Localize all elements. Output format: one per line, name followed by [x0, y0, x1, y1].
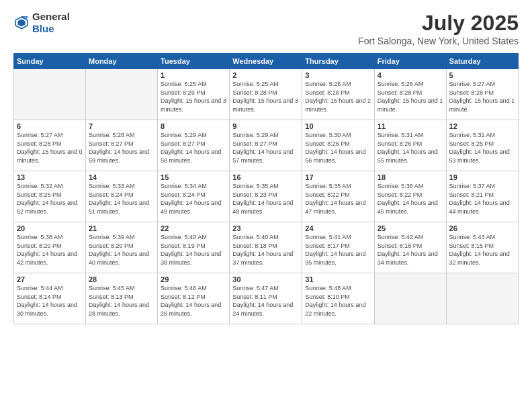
calendar-cell: 15Sunrise: 5:34 AM Sunset: 8:24 PM Dayli…: [158, 171, 230, 222]
day-number: 29: [161, 275, 226, 283]
calendar-cell: 16Sunrise: 5:35 AM Sunset: 8:23 PM Dayli…: [230, 171, 302, 222]
page: General Blue July 2025 Fort Salonga, New…: [0, 0, 532, 411]
day-number: 3: [305, 71, 371, 79]
calendar-cell: 31Sunrise: 5:48 AM Sunset: 8:10 PM Dayli…: [302, 273, 374, 324]
calendar-cell: 27Sunrise: 5:44 AM Sunset: 8:14 PM Dayli…: [14, 273, 86, 324]
weekday-header: Friday: [374, 54, 446, 69]
day-detail: Sunrise: 5:48 AM Sunset: 8:10 PM Dayligh…: [305, 284, 371, 318]
calendar-cell: 2Sunrise: 5:25 AM Sunset: 8:28 PM Daylig…: [230, 69, 302, 120]
weekday-header: Tuesday: [158, 54, 230, 69]
calendar-cell: [86, 69, 158, 120]
calendar-cell: 1Sunrise: 5:25 AM Sunset: 8:29 PM Daylig…: [158, 69, 230, 120]
logo-blue: Blue: [32, 23, 54, 34]
day-detail: Sunrise: 5:35 AM Sunset: 8:23 PM Dayligh…: [232, 182, 299, 216]
calendar-cell: 13Sunrise: 5:32 AM Sunset: 8:25 PM Dayli…: [14, 171, 86, 222]
day-detail: Sunrise: 5:45 AM Sunset: 8:13 PM Dayligh…: [89, 284, 154, 318]
calendar-week-row: 6Sunrise: 5:27 AM Sunset: 8:28 PM Daylig…: [14, 120, 519, 171]
day-number: 25: [378, 224, 443, 232]
weekday-header: Wednesday: [230, 54, 302, 69]
day-number: 5: [449, 71, 515, 79]
day-detail: Sunrise: 5:39 AM Sunset: 8:20 PM Dayligh…: [89, 233, 154, 267]
calendar-cell: 8Sunrise: 5:29 AM Sunset: 8:27 PM Daylig…: [158, 120, 230, 171]
day-number: 13: [17, 173, 83, 181]
day-detail: Sunrise: 5:26 AM Sunset: 8:28 PM Dayligh…: [305, 80, 371, 113]
calendar-cell: 14Sunrise: 5:33 AM Sunset: 8:24 PM Dayli…: [86, 171, 158, 222]
day-number: 16: [232, 173, 299, 181]
calendar-cell: 4Sunrise: 5:26 AM Sunset: 8:28 PM Daylig…: [374, 69, 446, 120]
day-number: 21: [89, 224, 154, 232]
calendar-cell: 17Sunrise: 5:35 AM Sunset: 8:22 PM Dayli…: [302, 171, 374, 222]
calendar-cell: 18Sunrise: 5:36 AM Sunset: 8:22 PM Dayli…: [374, 171, 446, 222]
calendar-cell: [374, 273, 446, 324]
day-detail: Sunrise: 5:28 AM Sunset: 8:27 PM Dayligh…: [89, 131, 154, 165]
day-detail: Sunrise: 5:25 AM Sunset: 8:29 PM Dayligh…: [161, 80, 226, 113]
calendar-cell: 21Sunrise: 5:39 AM Sunset: 8:20 PM Dayli…: [86, 222, 158, 273]
day-number: 28: [89, 275, 154, 283]
day-number: 17: [305, 173, 371, 181]
day-number: 4: [378, 71, 443, 79]
title-location: Fort Salonga, New York, United States: [358, 36, 519, 46]
calendar-cell: 12Sunrise: 5:31 AM Sunset: 8:25 PM Dayli…: [446, 120, 518, 171]
logo-text: General Blue: [32, 11, 70, 35]
calendar-cell: 25Sunrise: 5:42 AM Sunset: 8:16 PM Dayli…: [374, 222, 446, 273]
day-detail: Sunrise: 5:46 AM Sunset: 8:12 PM Dayligh…: [161, 284, 226, 318]
day-number: 26: [449, 224, 515, 232]
calendar-cell: [14, 69, 86, 120]
day-detail: Sunrise: 5:47 AM Sunset: 8:11 PM Dayligh…: [232, 284, 299, 318]
calendar-cell: 11Sunrise: 5:31 AM Sunset: 8:26 PM Dayli…: [374, 120, 446, 171]
svg-marker-1: [17, 19, 25, 26]
calendar-cell: 26Sunrise: 5:43 AM Sunset: 8:15 PM Dayli…: [446, 222, 518, 273]
day-detail: Sunrise: 5:31 AM Sunset: 8:26 PM Dayligh…: [378, 131, 443, 165]
day-detail: Sunrise: 5:41 AM Sunset: 8:17 PM Dayligh…: [305, 233, 371, 267]
day-detail: Sunrise: 5:33 AM Sunset: 8:24 PM Dayligh…: [89, 182, 154, 216]
day-detail: Sunrise: 5:40 AM Sunset: 8:19 PM Dayligh…: [161, 233, 226, 267]
calendar-cell: 5Sunrise: 5:27 AM Sunset: 8:28 PM Daylig…: [446, 69, 518, 120]
day-number: 11: [378, 122, 443, 130]
day-number: 30: [232, 275, 299, 283]
calendar-cell: 23Sunrise: 5:40 AM Sunset: 8:18 PM Dayli…: [230, 222, 302, 273]
day-detail: Sunrise: 5:37 AM Sunset: 8:21 PM Dayligh…: [449, 182, 515, 216]
day-detail: Sunrise: 5:42 AM Sunset: 8:16 PM Dayligh…: [378, 233, 443, 267]
day-number: 12: [449, 122, 515, 130]
day-number: 2: [232, 71, 299, 79]
day-detail: Sunrise: 5:38 AM Sunset: 8:20 PM Dayligh…: [17, 233, 83, 267]
day-number: 9: [232, 122, 299, 130]
weekday-header: Monday: [86, 54, 158, 69]
day-number: 1: [161, 71, 226, 79]
day-detail: Sunrise: 5:35 AM Sunset: 8:22 PM Dayligh…: [305, 182, 371, 216]
day-number: 19: [449, 173, 515, 181]
calendar-table: SundayMondayTuesdayWednesdayThursdayFrid…: [13, 53, 519, 324]
calendar-cell: 20Sunrise: 5:38 AM Sunset: 8:20 PM Dayli…: [14, 222, 86, 273]
calendar-cell: 30Sunrise: 5:47 AM Sunset: 8:11 PM Dayli…: [230, 273, 302, 324]
day-detail: Sunrise: 5:44 AM Sunset: 8:14 PM Dayligh…: [17, 284, 83, 318]
day-number: 31: [305, 275, 371, 283]
title-month: July 2025: [358, 11, 519, 36]
day-detail: Sunrise: 5:29 AM Sunset: 8:27 PM Dayligh…: [161, 131, 226, 165]
calendar-cell: 29Sunrise: 5:46 AM Sunset: 8:12 PM Dayli…: [158, 273, 230, 324]
day-number: 10: [305, 122, 371, 130]
calendar-cell: [446, 273, 518, 324]
day-detail: Sunrise: 5:25 AM Sunset: 8:28 PM Dayligh…: [232, 80, 299, 113]
title-block: July 2025 Fort Salonga, New York, United…: [358, 11, 519, 46]
day-detail: Sunrise: 5:34 AM Sunset: 8:24 PM Dayligh…: [161, 182, 226, 216]
day-number: 6: [17, 122, 83, 130]
day-number: 20: [17, 224, 83, 232]
calendar-week-row: 1Sunrise: 5:25 AM Sunset: 8:29 PM Daylig…: [14, 69, 519, 120]
day-detail: Sunrise: 5:27 AM Sunset: 8:28 PM Dayligh…: [449, 80, 515, 113]
header: General Blue July 2025 Fort Salonga, New…: [13, 11, 519, 46]
day-number: 18: [378, 173, 443, 181]
day-detail: Sunrise: 5:27 AM Sunset: 8:28 PM Dayligh…: [17, 131, 83, 165]
day-detail: Sunrise: 5:40 AM Sunset: 8:18 PM Dayligh…: [232, 233, 299, 267]
day-number: 14: [89, 173, 154, 181]
day-number: 22: [161, 224, 226, 232]
weekday-header: Saturday: [446, 54, 518, 69]
day-detail: Sunrise: 5:43 AM Sunset: 8:15 PM Dayligh…: [449, 233, 515, 267]
calendar-cell: 6Sunrise: 5:27 AM Sunset: 8:28 PM Daylig…: [14, 120, 86, 171]
day-detail: Sunrise: 5:36 AM Sunset: 8:22 PM Dayligh…: [378, 182, 443, 216]
logo-icon: [13, 15, 30, 31]
day-number: 27: [17, 275, 83, 283]
calendar-week-row: 27Sunrise: 5:44 AM Sunset: 8:14 PM Dayli…: [14, 273, 519, 324]
day-detail: Sunrise: 5:31 AM Sunset: 8:25 PM Dayligh…: [449, 131, 515, 165]
calendar-cell: 24Sunrise: 5:41 AM Sunset: 8:17 PM Dayli…: [302, 222, 374, 273]
day-number: 23: [232, 224, 299, 232]
